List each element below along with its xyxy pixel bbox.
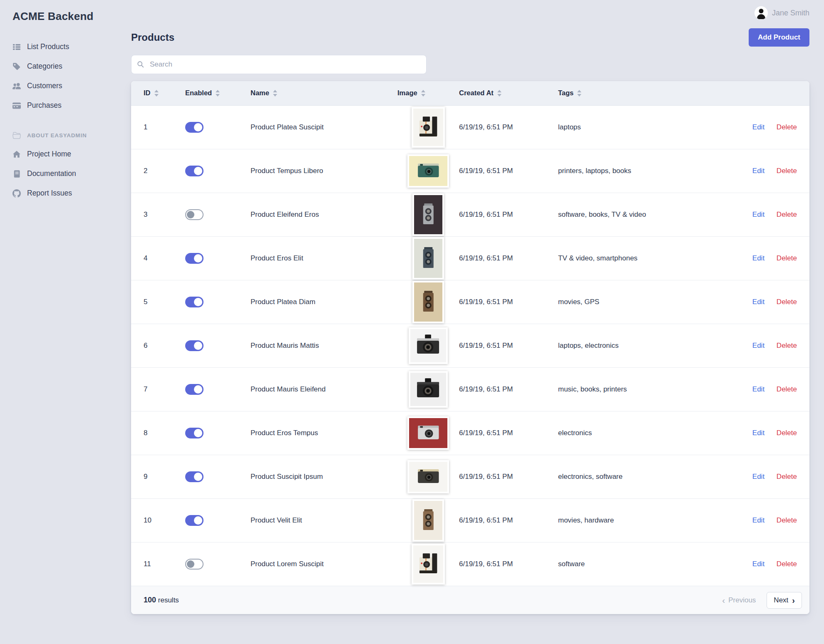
delete-link[interactable]: Delete [777,254,797,262]
edit-link[interactable]: Edit [752,298,764,306]
enabled-toggle[interactable] [185,559,204,570]
enabled-toggle[interactable] [185,471,204,482]
camera-illustration [415,502,442,538]
cell-created-at: 6/19/19, 6:51 PM [459,324,558,367]
toggle-knob [194,123,202,131]
edit-link[interactable]: Edit [752,342,764,349]
column-header-name[interactable]: Name [251,81,397,105]
camera-illustration [411,157,446,184]
edit-link[interactable]: Edit [752,560,764,568]
sidebar-section-label: ABOUT EASYADMIN [27,132,87,139]
cell-tags: movies, hardware [558,498,732,542]
camera-illustration [411,419,446,446]
product-image [412,281,444,323]
cell-image [397,280,459,324]
next-page-button[interactable]: Next › [767,592,802,609]
cell-enabled [185,367,251,411]
delete-link[interactable]: Delete [777,167,797,175]
column-label: Name [251,89,269,97]
sidebar-item-list-products[interactable]: List Products [12,37,131,57]
camera-illustration [414,110,442,144]
enabled-toggle[interactable] [185,384,204,395]
camera-illustration [411,463,446,490]
app-logo[interactable]: ACME Backend [12,10,131,23]
cell-name: Product Velit Elit [251,498,397,542]
enabled-toggle[interactable] [185,166,204,176]
enabled-toggle[interactable] [185,209,204,220]
sidebar-item-label: Documentation [27,169,76,178]
table-row: 1 Product Platea Suscipit [131,105,809,149]
chevron-right-icon: › [792,596,795,604]
toggle-knob [194,429,202,437]
table-row: 7 Product Mauris Eleifend [131,367,809,411]
cell-created-at: 6/19/19, 6:51 PM [459,149,558,193]
enabled-toggle[interactable] [185,253,204,264]
delete-link[interactable]: Delete [777,429,797,437]
sidebar-item-purchases[interactable]: Purchases [12,96,131,115]
edit-link[interactable]: Edit [752,473,764,481]
camera-illustration [412,374,444,405]
cell-tags: movies, GPS [558,280,732,324]
edit-link[interactable]: Edit [752,429,764,437]
cell-created-at: 6/19/19, 6:51 PM [459,498,558,542]
cell-enabled [185,149,251,193]
enabled-toggle[interactable] [185,515,204,526]
column-header-id[interactable]: ID [131,81,185,105]
column-label: ID [144,89,151,97]
cell-id: 8 [131,411,185,455]
cell-name: Product Tempus Libero [251,149,397,193]
sidebar-item-documentation[interactable]: Documentation [12,164,131,183]
column-header-created-at[interactable]: Created At [459,81,558,105]
column-header-actions [732,81,809,105]
product-image [412,499,444,542]
delete-link[interactable]: Delete [777,211,797,218]
cell-name: Product Platea Suscipit [251,105,397,149]
delete-link[interactable]: Delete [777,342,797,349]
sidebar-item-categories[interactable]: Categories [12,57,131,76]
sidebar-item-report-issues[interactable]: Report Issues [12,183,131,203]
sort-icon [216,90,220,97]
enabled-toggle[interactable] [185,340,204,351]
edit-link[interactable]: Edit [752,385,764,393]
cell-tags: software [558,542,732,586]
cell-created-at: 6/19/19, 6:51 PM [459,367,558,411]
edit-link[interactable]: Edit [752,516,764,524]
column-label: Created At [459,89,494,97]
cell-created-at: 6/19/19, 6:51 PM [459,542,558,586]
products-table-card: ID Enabled Name Image [131,81,809,614]
cell-created-at: 6/19/19, 6:51 PM [459,105,558,149]
sidebar-item-customers[interactable]: Customers [12,76,131,96]
cell-id: 10 [131,498,185,542]
enabled-toggle[interactable] [185,428,204,438]
enabled-toggle[interactable] [185,122,204,133]
column-label: Tags [558,89,573,97]
cell-id: 11 [131,542,185,586]
cell-name: Product Mauris Mattis [251,324,397,367]
delete-link[interactable]: Delete [777,385,797,393]
enabled-toggle[interactable] [185,297,204,307]
edit-link[interactable]: Edit [752,254,764,262]
delete-link[interactable]: Delete [777,123,797,131]
delete-link[interactable]: Delete [777,298,797,306]
search-input[interactable] [131,55,427,74]
edit-link[interactable]: Edit [752,123,764,131]
cell-name: Product Mauris Eleifend [251,367,397,411]
edit-link[interactable]: Edit [752,167,764,175]
column-header-tags[interactable]: Tags [558,81,732,105]
column-header-image[interactable]: Image [397,81,459,105]
add-product-button[interactable]: Add Product [749,28,809,47]
sidebar-item-project-home[interactable]: Project Home [12,144,131,164]
edit-link[interactable]: Edit [752,211,764,218]
delete-link[interactable]: Delete [777,516,797,524]
cell-id: 6 [131,324,185,367]
cell-image [397,105,459,149]
sort-icon [421,90,425,97]
delete-link[interactable]: Delete [777,560,797,568]
table-footer: 100 results ‹ Previous Next › [131,586,809,614]
user-menu[interactable]: Jane Smith [755,6,809,20]
cell-actions: Edit Delete [732,455,809,498]
cell-actions: Edit Delete [732,324,809,367]
cell-image [397,542,459,586]
column-header-enabled[interactable]: Enabled [185,81,251,105]
delete-link[interactable]: Delete [777,473,797,481]
